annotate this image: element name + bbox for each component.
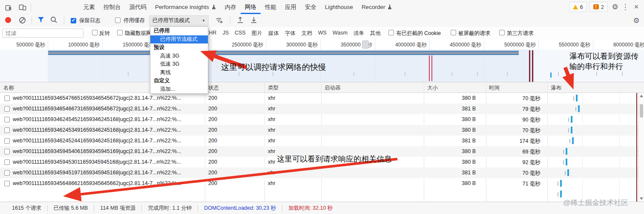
tab-安全[interactable]: 安全 <box>301 0 321 14</box>
row-checkbox[interactable] <box>4 149 10 154</box>
row-checkbox[interactable] <box>4 117 10 122</box>
import-har-icon[interactable] <box>237 16 244 25</box>
table-row[interactable]: web?00111116593459454061659345945169|ugc… <box>0 146 638 157</box>
filter-input[interactable] <box>3 29 83 38</box>
filter-chip-Wasm[interactable]: Wasm <box>333 30 348 37</box>
tab-网络[interactable]: 网络 <box>241 0 261 14</box>
filter-chip-字体[interactable]: 字体 <box>285 30 296 37</box>
network-overview-timeline[interactable]: 500000 毫秒1000000 毫秒1500000 毫秒2000000 毫秒2… <box>0 39 644 82</box>
disable-cache-label: 停用缓存 <box>124 17 145 24</box>
throttle-menu-item-添加...[interactable]: 添加... <box>150 85 208 94</box>
column-header-瀑布[interactable]: 瀑布 <box>551 84 561 92</box>
row-checkbox[interactable] <box>4 181 10 186</box>
table-row[interactable]: web?00111116593456486621659345645662|ugc… <box>0 178 638 189</box>
table-row[interactable]: web?00111116593462452441659346245168|ugc… <box>0 136 638 146</box>
timeline-label: 500000 毫秒 <box>0 41 45 49</box>
throttling-select[interactable]: 已停用节流模式 ▼ <box>149 15 209 26</box>
device-toolbar-icon[interactable] <box>17 2 28 13</box>
divider <box>31 3 31 12</box>
preserve-log-checkbox[interactable] <box>71 18 76 23</box>
filter-chip-清单[interactable]: 清单 <box>354 30 364 37</box>
column-header-时间[interactable]: 时间 <box>489 84 500 92</box>
disable-cache-checkbox[interactable] <box>115 17 121 23</box>
tab-Recorder[interactable]: Recorder <box>357 0 397 14</box>
export-har-icon[interactable] <box>250 16 257 25</box>
row-checkbox[interactable] <box>4 95 10 101</box>
scroll-up-icon[interactable] <box>640 95 643 97</box>
column-header-状态[interactable]: 状态 <box>208 84 219 92</box>
overview-scrub-handle[interactable] <box>362 40 369 49</box>
row-checkbox[interactable] <box>4 127 10 133</box>
experiment-flask-icon <box>211 4 216 11</box>
throttle-menu-item-低速 3G[interactable]: 低速 3G <box>150 60 208 69</box>
row-checkbox[interactable] <box>4 159 10 165</box>
row-checkbox[interactable] <box>4 138 10 144</box>
tab-控制台[interactable]: 控制台 <box>99 0 125 14</box>
waterfall-bar <box>578 105 580 112</box>
throttle-menu-item-离线[interactable]: 离线 <box>150 69 208 77</box>
filter-chip-JS[interactable]: JS <box>222 30 229 37</box>
table-row[interactable]: web?00111116593459453011659345945168|ugc… <box>0 157 638 168</box>
request-type: xhr <box>268 127 275 133</box>
table-row[interactable]: web?00111116593462454521659346245168|ugc… <box>0 114 638 125</box>
clear-network-log-icon[interactable] <box>19 17 26 25</box>
divider <box>64 16 64 24</box>
hide-data-urls-checkbox[interactable] <box>117 30 123 35</box>
scroll-down-icon[interactable] <box>640 197 643 200</box>
close-devtools-icon[interactable]: × <box>631 3 641 12</box>
blocked-cookies-checkbox[interactable] <box>388 30 394 35</box>
request-name: web?00111116593462452441659346245168|ugc… <box>13 138 203 144</box>
tab-label: 源代码 <box>129 3 147 11</box>
table-row[interactable]: web?00111116593462453491659346245168|ugc… <box>0 125 638 136</box>
table-row[interactable]: web?00111116593465466731659346545672|ugc… <box>0 104 638 114</box>
filter-chip-文档[interactable]: 文档 <box>302 30 312 37</box>
row-checkbox[interactable] <box>4 106 10 112</box>
waterfall-wait-tick <box>569 139 570 143</box>
more-options-icon[interactable]: ⋮ <box>620 3 630 12</box>
throttle-menu-item-高速 3G[interactable]: 高速 3G <box>150 52 208 61</box>
column-header-名称[interactable]: 名称 <box>3 84 14 92</box>
record-network-log-button[interactable] <box>5 17 11 23</box>
filter-chip-图片[interactable]: 图片 <box>252 30 262 37</box>
table-row[interactable]: web?00111116593459451971659345945168|ugc… <box>0 168 638 178</box>
event-marker-line <box>529 50 530 82</box>
filter-funnel-icon[interactable] <box>37 17 44 24</box>
request-time: 71 毫秒 <box>486 180 544 188</box>
tab-Performance insights[interactable]: Performance insights <box>151 0 221 14</box>
tab-内存[interactable]: 内存 <box>221 0 241 14</box>
filter-chip-CSS[interactable]: CSS <box>235 30 246 37</box>
scrollbar-thumb[interactable] <box>640 104 643 118</box>
invert-filter-checkbox[interactable] <box>92 30 98 35</box>
warnings-badge[interactable]: 6 <box>569 2 587 12</box>
request-time: 90 毫秒 <box>486 116 544 124</box>
request-name: web?00111116593465476651659346545672|ugc… <box>13 95 203 101</box>
row-checkbox[interactable] <box>4 170 10 176</box>
tab-元素[interactable]: 元素 <box>79 0 99 14</box>
filter-chip-媒体[interactable]: 媒体 <box>268 30 279 37</box>
filter-chip-WS[interactable]: WS <box>318 30 327 37</box>
column-header-类型[interactable]: 类型 <box>268 84 279 92</box>
request-status: 200 <box>208 159 217 165</box>
warning-count: 6 <box>580 4 583 10</box>
inspect-element-icon[interactable] <box>3 2 14 13</box>
request-status: 200 <box>208 127 217 133</box>
filter-chip-其他[interactable]: 其他 <box>370 30 381 37</box>
request-time: 70 毫秒 <box>486 170 544 177</box>
tab-Lighthouse[interactable]: Lighthouse <box>321 0 357 14</box>
table-row[interactable]: web?00111116593465476651659346545672|ugc… <box>0 93 638 104</box>
panel-tabs: 元素控制台源代码Performance insights内存网络性能应用安全Li… <box>79 0 397 14</box>
network-settings-gear-icon[interactable]: ⚙ <box>631 16 641 25</box>
network-conditions-icon[interactable] <box>215 16 224 25</box>
column-header-大小[interactable]: 大小 <box>427 84 438 92</box>
third-party-checkbox[interactable] <box>499 30 505 35</box>
search-icon[interactable] <box>50 16 58 25</box>
tab-应用[interactable]: 应用 <box>281 0 301 14</box>
table-scrollbar[interactable] <box>638 93 644 202</box>
tab-性能[interactable]: 性能 <box>261 0 281 14</box>
tab-源代码[interactable]: 源代码 <box>125 0 151 14</box>
column-header-启动器[interactable]: 启动器 <box>325 84 341 92</box>
blocked-requests-checkbox[interactable] <box>451 30 456 35</box>
issues-badge[interactable]: ! 2 <box>589 2 608 12</box>
settings-gear-icon[interactable]: ⚙ <box>610 3 620 12</box>
throttle-menu-item-已停用节流模式[interactable]: 已停用节流模式 <box>150 35 208 44</box>
